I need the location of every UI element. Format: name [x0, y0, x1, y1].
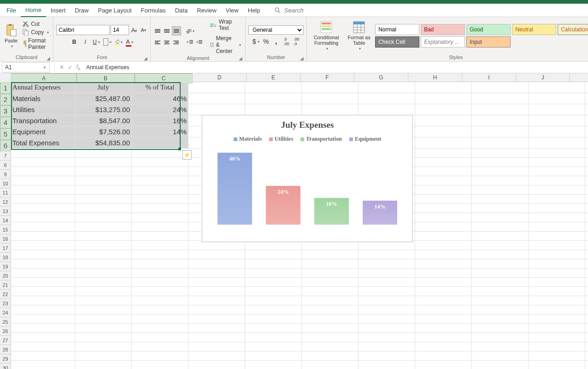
- cell-H10[interactable]: [415, 176, 472, 185]
- cell-I23[interactable]: [472, 296, 529, 305]
- cell-F22[interactable]: [302, 287, 359, 296]
- cell-A13[interactable]: [11, 204, 75, 213]
- row-header-11[interactable]: 11: [0, 188, 11, 197]
- cell-styles-gallery[interactable]: NormalBadGoodNeutralCalculationCheck Cel…: [375, 24, 588, 48]
- cell-H17[interactable]: [415, 241, 472, 250]
- cell-A3[interactable]: Utilities: [11, 104, 75, 115]
- style-cell-bad[interactable]: Bad: [421, 24, 465, 35]
- cell-D24[interactable]: [188, 305, 245, 315]
- cell-B5[interactable]: $7,526.00: [75, 126, 132, 137]
- cell-A6[interactable]: Total Expenses: [11, 137, 75, 149]
- row-header-10[interactable]: 10: [0, 179, 11, 188]
- cell-B27[interactable]: [75, 333, 132, 342]
- cell-C13[interactable]: [132, 204, 188, 213]
- cell-C1[interactable]: % of Total: [132, 82, 188, 93]
- cell-A8[interactable]: [11, 158, 75, 167]
- cell-I14[interactable]: [472, 213, 529, 222]
- tab-view[interactable]: View: [221, 4, 243, 17]
- cell-J12[interactable]: [529, 195, 585, 204]
- cell-C21[interactable]: [132, 278, 188, 287]
- increase-font-button[interactable]: A▴: [130, 26, 138, 34]
- cell-K9[interactable]: [585, 167, 588, 176]
- cell-C27[interactable]: [132, 333, 188, 342]
- style-cell-neutral[interactable]: Neutral: [512, 24, 556, 35]
- cell-I25[interactable]: [472, 315, 529, 324]
- cell-H24[interactable]: [415, 305, 472, 315]
- cell-J23[interactable]: [529, 296, 585, 305]
- format-painter-button[interactable]: Format Painter: [21, 37, 50, 51]
- cell-F28[interactable]: [302, 342, 359, 351]
- cell-A10[interactable]: [11, 176, 75, 185]
- row-header-22[interactable]: 22: [0, 290, 11, 299]
- cell-A1[interactable]: Annual Expenses: [11, 82, 75, 93]
- cell-J22[interactable]: [529, 287, 585, 296]
- cell-D26[interactable]: [188, 324, 245, 333]
- col-header-J[interactable]: J: [516, 73, 570, 82]
- cell-B25[interactable]: [75, 315, 132, 324]
- cell-F26[interactable]: [302, 324, 359, 333]
- cell-A18[interactable]: [11, 250, 75, 259]
- cell-B16[interactable]: [75, 232, 132, 241]
- cell-H23[interactable]: [415, 296, 472, 305]
- align-right-button[interactable]: [172, 38, 180, 47]
- cell-J3[interactable]: [529, 104, 585, 115]
- cell-G23[interactable]: [359, 296, 415, 305]
- cell-K6[interactable]: [585, 137, 588, 149]
- cut-button[interactable]: Cut: [21, 20, 50, 28]
- cell-A26[interactable]: [11, 324, 75, 333]
- row-header-15[interactable]: 15: [0, 225, 11, 234]
- font-size-select[interactable]: [111, 25, 129, 35]
- cell-K14[interactable]: [585, 213, 588, 222]
- cell-H27[interactable]: [415, 333, 472, 342]
- cell-H14[interactable]: [415, 213, 472, 222]
- style-cell-input[interactable]: Input: [466, 36, 511, 48]
- cell-E27[interactable]: [245, 333, 302, 342]
- cell-A27[interactable]: [11, 333, 75, 342]
- cell-D30[interactable]: [188, 361, 245, 369]
- align-left-button[interactable]: [153, 38, 162, 47]
- spreadsheet-grid[interactable]: ABCDEFGHIJK 1234567891011121314151617181…: [0, 73, 588, 369]
- cell-D19[interactable]: [188, 259, 245, 268]
- cell-F20[interactable]: [302, 268, 359, 278]
- row-header-12[interactable]: 12: [0, 197, 11, 207]
- cell-B4[interactable]: $8,547.00: [75, 115, 132, 126]
- cell-F21[interactable]: [302, 278, 359, 287]
- tab-help[interactable]: Help: [243, 4, 265, 17]
- cell-B15[interactable]: [75, 222, 132, 232]
- cell-H2[interactable]: [415, 93, 472, 104]
- cell-H21[interactable]: [415, 278, 472, 287]
- cell-B26[interactable]: [75, 324, 132, 333]
- cell-J24[interactable]: [529, 305, 585, 315]
- cell-K29[interactable]: [585, 351, 588, 361]
- cell-I8[interactable]: [472, 158, 529, 167]
- row-header-4[interactable]: 4: [0, 117, 11, 128]
- cell-E2[interactable]: [245, 93, 302, 104]
- font-name-select[interactable]: [56, 25, 110, 35]
- cell-K8[interactable]: [585, 158, 588, 167]
- cell-H25[interactable]: [415, 315, 472, 324]
- underline-button[interactable]: U: [92, 38, 100, 46]
- cell-H7[interactable]: [415, 149, 472, 158]
- cell-B24[interactable]: [75, 305, 132, 315]
- cell-E21[interactable]: [245, 278, 302, 287]
- cell-A2[interactable]: Materials: [11, 93, 75, 104]
- cell-K1[interactable]: [585, 82, 588, 93]
- increase-decimal-button[interactable]: .0.00: [282, 37, 290, 46]
- cell-A30[interactable]: [11, 361, 75, 369]
- row-header-5[interactable]: 5: [0, 128, 11, 140]
- col-header-B[interactable]: B: [76, 73, 135, 83]
- cell-I15[interactable]: [472, 222, 529, 232]
- cell-E20[interactable]: [245, 268, 302, 278]
- cell-J5[interactable]: [529, 126, 585, 137]
- style-cell-normal[interactable]: Normal: [375, 24, 419, 35]
- cell-A19[interactable]: [11, 259, 75, 268]
- cell-I6[interactable]: [472, 137, 529, 149]
- cell-D29[interactable]: [188, 351, 245, 361]
- cell-K20[interactable]: [585, 268, 588, 278]
- cell-F25[interactable]: [302, 315, 359, 324]
- row-header-1[interactable]: 1: [0, 82, 11, 94]
- wrap-text-button[interactable]: ab Wrap Text: [209, 18, 242, 32]
- cell-J9[interactable]: [529, 167, 585, 176]
- cell-C3[interactable]: 24%: [132, 104, 188, 115]
- cell-F3[interactable]: [302, 104, 359, 115]
